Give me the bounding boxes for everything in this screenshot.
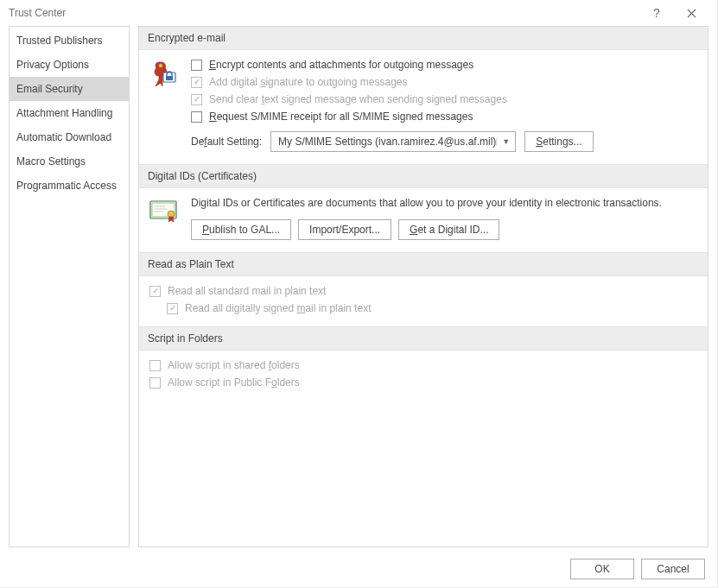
- checkbox-send-clear-text: Send clear text signed message when send…: [191, 93, 697, 105]
- section-header-digital-ids: Digital IDs (Certificates): [139, 164, 708, 188]
- sidebar-item-privacy-options[interactable]: Privacy Options: [10, 53, 129, 77]
- import-export-button[interactable]: Import/Export...: [298, 219, 391, 240]
- trust-center-window: Trust Center ? Trusted Publishers Privac…: [0, 0, 718, 588]
- checkbox-icon: [149, 377, 161, 389]
- checkbox-script-public-folders: Allow script in Public Folders: [149, 376, 697, 389]
- get-digital-id-button[interactable]: Get a Digital ID...: [398, 219, 499, 240]
- default-setting-dropdown[interactable]: My S/MIME Settings (ivan.ramirez.4@us.af…: [270, 131, 516, 152]
- default-setting-label: Default Setting:: [191, 136, 262, 148]
- checkbox-icon: [191, 94, 202, 105]
- sidebar-item-programmatic-access[interactable]: Programmatic Access: [10, 174, 129, 198]
- checkbox-icon: [191, 60, 202, 71]
- window-title: Trust Center: [9, 7, 66, 19]
- settings-button[interactable]: Settings...: [524, 131, 593, 152]
- publish-to-gal-button[interactable]: Publish to GAL...: [191, 219, 291, 240]
- section-body-plaintext: Read all standard mail in plain text Rea…: [139, 276, 708, 326]
- default-setting-row: Default Setting: My S/MIME Settings (iva…: [191, 131, 697, 152]
- sidebar-item-email-security[interactable]: Email Security: [10, 77, 129, 101]
- checkbox-encrypt-contents[interactable]: Encrypt contents and attachments for out…: [191, 59, 697, 71]
- section-body-script: Allow script in shared folders Allow scr…: [139, 351, 708, 401]
- cancel-button[interactable]: Cancel: [641, 559, 705, 579]
- section-body-encrypted: Encrypt contents and attachments for out…: [139, 50, 708, 164]
- digital-ids-description: Digital IDs or Certificates are document…: [191, 197, 697, 209]
- checkbox-add-digital-signature: Add digital signature to outgoing messag…: [191, 76, 697, 88]
- section-header-plaintext: Read as Plain Text: [139, 252, 708, 276]
- sidebar: Trusted Publishers Privacy Options Email…: [9, 26, 130, 547]
- checkbox-icon: [191, 77, 202, 88]
- svg-rect-2: [166, 76, 173, 80]
- certificate-icon: [149, 197, 179, 223]
- checkbox-icon: [149, 286, 161, 297]
- ribbon-lock-icon: [149, 59, 179, 90]
- section-header-script: Script in Folders: [139, 326, 708, 351]
- dialog-footer: OK Cancel: [0, 551, 717, 587]
- titlebar: Trust Center ?: [0, 0, 717, 26]
- section-header-encrypted: Encrypted e-mail: [139, 27, 708, 50]
- sidebar-item-trusted-publishers[interactable]: Trusted Publishers: [10, 28, 129, 53]
- checkbox-script-shared-folders: Allow script in shared folders: [149, 359, 697, 371]
- help-icon[interactable]: ?: [639, 0, 674, 26]
- section-body-digital-ids: Digital IDs or Certificates are document…: [139, 188, 708, 252]
- checkbox-read-signed-plain: Read all digitally signed mail in plain …: [167, 302, 697, 314]
- checkbox-icon: [149, 360, 161, 371]
- ok-button[interactable]: OK: [570, 559, 634, 579]
- dropdown-value: My S/MIME Settings (ivan.ramirez.4@us.af…: [278, 136, 496, 148]
- dialog-body: Trusted Publishers Privacy Options Email…: [0, 26, 717, 551]
- checkbox-read-standard-plain: Read all standard mail in plain text: [149, 285, 697, 297]
- sidebar-item-automatic-download[interactable]: Automatic Download: [10, 125, 129, 149]
- chevron-down-icon: ▼: [496, 137, 510, 146]
- content-pane: Encrypted e-mail Encrypt contents and at…: [138, 26, 708, 547]
- checkbox-icon: [191, 111, 202, 123]
- close-icon[interactable]: [674, 0, 708, 26]
- checkbox-request-smime-receipt[interactable]: Request S/MIME receipt for all S/MIME si…: [191, 111, 697, 123]
- sidebar-item-attachment-handling[interactable]: Attachment Handling: [10, 101, 129, 125]
- sidebar-item-macro-settings[interactable]: Macro Settings: [10, 149, 129, 174]
- checkbox-icon: [167, 303, 178, 314]
- svg-point-0: [159, 64, 163, 68]
